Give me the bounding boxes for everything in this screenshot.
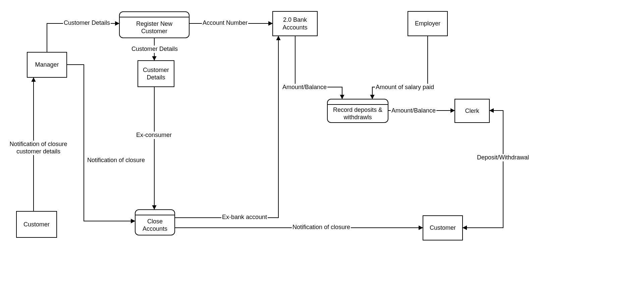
entity-label: Manager [35,61,59,69]
entity-label: Clerk [465,107,479,115]
entity-customer-bottom-left: Customer [16,211,57,238]
datastore-customer-details: CustomerDetails [138,60,174,87]
datastore-bank-accounts: 2.0 BankAccounts [272,11,318,36]
edge-label-amount-salary-paid: Amount of salary paid [375,84,435,91]
edge-label-deposit-withdrawal: Deposit/Withdrawal [476,154,530,161]
process-label: CloseAccounts [140,215,170,235]
process-header-bar [120,12,189,17]
diagram-canvas: Manager Customer Register NewCustomer Cu… [0,0,644,283]
edge-label-customer-details-vert: Customer Details [131,46,178,53]
entity-label: Customer [23,221,50,228]
edge-label-customer-details-top: Customer Details [63,19,111,27]
entity-clerk: Clerk [454,99,490,123]
entity-manager: Manager [27,52,67,78]
entity-label: Employer [415,20,440,27]
process-register-new-customer: Register NewCustomer [119,11,190,38]
edge-label-amount-balance-left: Amount/Balance [282,84,327,91]
entity-label: Customer [430,224,456,232]
process-label: Record deposits &withdrawls [330,105,385,123]
process-header-bar [136,210,174,215]
edge-label-amount-balance-right: Amount/Balance [391,107,436,115]
process-label: Register NewCustomer [133,17,175,38]
edge-label-ex-consumer: Ex-consumer [136,132,172,139]
process-header-bar [328,99,388,105]
entity-label: 2.0 BankAccounts [282,16,307,31]
process-record-deposits-withdrawals: Record deposits &withdrawls [327,99,388,123]
process-close-accounts: CloseAccounts [135,209,175,235]
entity-label: CustomerDetails [143,66,169,81]
entity-employer: Employer [408,11,448,36]
edge-label-notification-closure-cust: Notification of closure [292,224,351,231]
edges-layer [0,0,644,283]
edge-label-notification-customer-details: Notification of closurecustomer details [5,141,72,155]
edge-label-notification-closure-mgr: Notification of closure [87,157,146,164]
entity-customer-bottom-right: Customer [423,215,463,240]
edge-label-ex-bank-account: Ex-bank account [221,214,268,221]
edge-label-account-number: Account Number [202,19,248,27]
